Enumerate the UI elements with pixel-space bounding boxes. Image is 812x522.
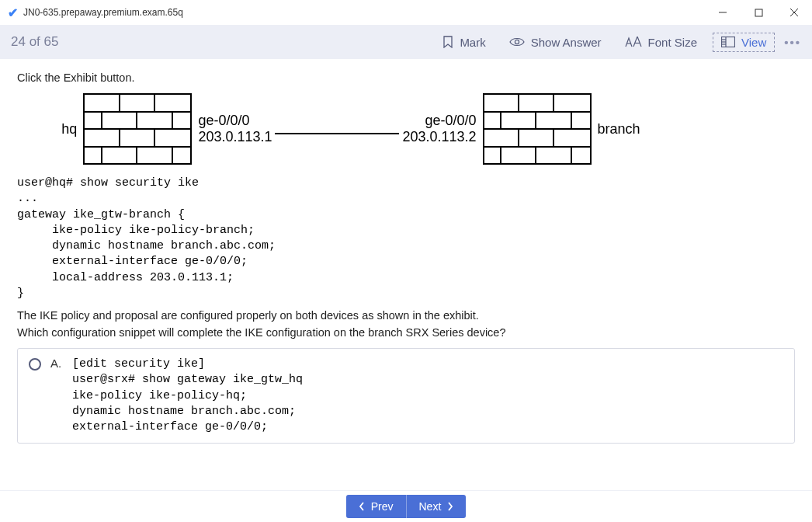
font-size-button[interactable]: Font Size <box>617 33 705 52</box>
view-layout-icon <box>721 37 735 47</box>
question-counter: 24 of 65 <box>11 34 58 50</box>
more-button[interactable]: ••• <box>784 36 801 49</box>
chevron-left-icon <box>359 502 365 511</box>
mark-button[interactable]: Mark <box>435 33 493 52</box>
question-statement-2: Which configuration snippet will complet… <box>17 326 795 339</box>
question-statement-1: The IKE policy and proposal are configur… <box>17 309 795 322</box>
toolbar: 24 of 65 Mark Show Answer Font Size View… <box>0 25 812 59</box>
firewall-branch-icon <box>483 93 592 165</box>
node-branch-label: branch <box>598 121 640 137</box>
branch-ip: 203.0.113.2 <box>402 129 476 145</box>
exhibit-instruction: Click the Exhibit button. <box>17 71 795 84</box>
window-minimize-button[interactable] <box>705 0 741 25</box>
question-content: Click the Exhibit button. hq ge-0/0/0 20… <box>0 59 812 490</box>
window-close-button[interactable] <box>776 0 812 25</box>
show-answer-label: Show Answer <box>531 36 602 49</box>
node-hq-label: hq <box>61 121 77 137</box>
chevron-right-icon <box>447 502 453 511</box>
branch-interface: ge-0/0/0 <box>402 113 476 129</box>
bookmark-icon <box>442 36 453 48</box>
link-line <box>275 133 399 134</box>
minimize-icon <box>718 8 727 17</box>
option-body: [edit security ike] user@srx# show gatew… <box>72 357 303 435</box>
show-answer-button[interactable]: Show Answer <box>501 33 609 52</box>
close-icon <box>789 8 799 17</box>
svg-point-4 <box>515 40 519 44</box>
next-button[interactable]: Next <box>407 495 467 518</box>
font-size-label: Font Size <box>648 36 697 49</box>
view-button[interactable]: View <box>713 33 775 52</box>
window-maximize-button[interactable] <box>741 0 776 25</box>
firewall-hq-icon <box>83 93 192 165</box>
radio-icon[interactable] <box>29 358 41 371</box>
eye-icon <box>509 37 525 47</box>
view-label: View <box>741 36 766 49</box>
exhibit-config-snippet: user@hq# show security ike ... gateway i… <box>17 176 795 301</box>
svg-rect-1 <box>755 9 762 16</box>
mark-label: Mark <box>460 36 485 49</box>
next-label: Next <box>419 500 442 513</box>
window-titlebar: ✔ JN0-635.prepaway.premium.exam.65q <box>0 0 812 25</box>
window-title: JN0-635.prepaway.premium.exam.65q <box>23 7 183 18</box>
answer-option-a[interactable]: A. [edit security ike] user@srx# show ga… <box>17 348 795 444</box>
exhibit-diagram: hq ge-0/0/0 203.0.113.1 ge-0/0/0 203.0.1… <box>33 93 669 165</box>
app-icon: ✔ <box>6 6 19 19</box>
hq-ip: 203.0.113.1 <box>198 129 272 145</box>
maximize-icon <box>755 9 763 17</box>
prev-button[interactable]: Prev <box>346 495 407 518</box>
option-letter: A. <box>50 357 64 370</box>
prev-label: Prev <box>371 500 394 513</box>
hq-interface: ge-0/0/0 <box>198 113 272 129</box>
bottom-bar: Prev Next <box>0 490 812 522</box>
font-size-icon <box>625 37 642 47</box>
